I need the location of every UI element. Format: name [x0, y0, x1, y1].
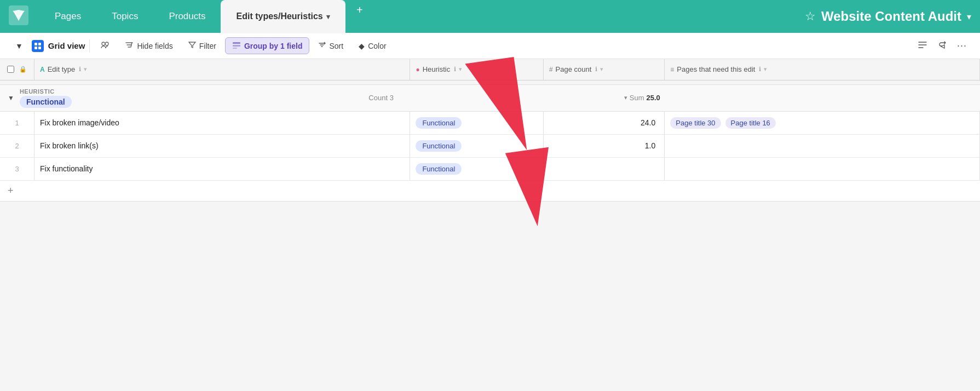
- workspace-title: Website Content Audit: [821, 9, 961, 24]
- filter-button[interactable]: Filter: [182, 38, 223, 54]
- group-value-badge: Functional: [20, 96, 72, 108]
- header-page-count: # Page count ℹ ▾: [543, 59, 664, 80]
- sum-dropdown-icon[interactable]: ▾: [624, 94, 627, 101]
- lock-icon: 🔒: [19, 66, 27, 73]
- grid-table: 🔒 A Edit type ℹ ▾ ● Heuristic ℹ: [0, 59, 980, 202]
- group-icon: [232, 41, 241, 50]
- add-row: +: [0, 180, 980, 201]
- svg-rect-4: [38, 47, 41, 49]
- row-2-edit-type[interactable]: Fix broken link(s): [34, 134, 410, 157]
- group-header-pages: [665, 84, 980, 111]
- svg-rect-2: [38, 43, 41, 45]
- top-bar: Pages Topics Products Edit types/Heurist…: [0, 0, 980, 33]
- group-header-page-count: ▾ Sum 25.0: [543, 84, 664, 111]
- favorite-icon[interactable]: ☆: [805, 9, 816, 24]
- group-header-left: ▼ HEURISTIC Functional Count 3: [0, 84, 410, 111]
- add-tab-button[interactable]: +: [350, 0, 370, 20]
- page-badge-16[interactable]: Page title 16: [725, 117, 776, 129]
- collaborators-icon: [101, 41, 109, 50]
- group-header-functional: ▼ HEURISTIC Functional Count 3 ▾ Sum 25.…: [0, 84, 980, 111]
- row-1-edit-type[interactable]: Fix broken image/video: [34, 111, 410, 134]
- svg-point-6: [105, 42, 108, 45]
- group-by-button[interactable]: Group by 1 field: [225, 37, 310, 54]
- svg-rect-7: [233, 42, 240, 44]
- svg-rect-9: [233, 48, 237, 49]
- header-checkbox-col: 🔒: [0, 59, 34, 80]
- app-logo: [9, 5, 28, 27]
- group-count: Count 3: [368, 94, 394, 102]
- workspace-dropdown-icon[interactable]: ▾: [967, 12, 971, 22]
- header-heuristic: ● Heuristic ℹ ▾: [410, 59, 544, 80]
- text-field-icon: A: [40, 66, 45, 73]
- row-3-pages[interactable]: [665, 157, 980, 180]
- sort-button[interactable]: Sort: [312, 38, 350, 54]
- color-button[interactable]: ◆ Color: [352, 38, 393, 54]
- page-badge-30[interactable]: Page title 30: [670, 117, 720, 129]
- hide-fields-button[interactable]: Hide fields: [118, 38, 179, 54]
- col-sort-icon[interactable]: ▾: [84, 66, 87, 73]
- row-1-heuristic[interactable]: Functional: [410, 111, 544, 134]
- svg-rect-8: [233, 45, 240, 47]
- row-2-check: 2: [0, 134, 34, 157]
- tab-products[interactable]: Products: [153, 0, 221, 33]
- number-field-icon: #: [549, 66, 553, 73]
- svg-rect-1: [34, 43, 37, 45]
- tab-edit-types[interactable]: Edit types/Heuristics ▾: [221, 0, 345, 33]
- row-3-check: 3: [0, 157, 34, 180]
- spacer-row: [0, 80, 980, 84]
- row-1-page-count[interactable]: 24.0: [543, 111, 664, 134]
- col-sort-icon-2[interactable]: ▾: [459, 66, 462, 73]
- toolbar-separator-1: [89, 39, 90, 53]
- more-icon: ···: [957, 40, 967, 51]
- tab-pages[interactable]: Pages: [39, 0, 96, 33]
- collaborators-button[interactable]: [94, 38, 116, 54]
- sum-value: 25.0: [646, 94, 660, 102]
- group-collapse-icon[interactable]: ▼: [8, 94, 14, 102]
- summary-button[interactable]: [914, 38, 931, 54]
- view-chevron-button[interactable]: ▼: [9, 38, 30, 54]
- tab-topics[interactable]: Topics: [96, 0, 153, 33]
- more-button[interactable]: ···: [953, 37, 971, 55]
- row-3-edit-type[interactable]: Fix functionality: [34, 157, 410, 180]
- tab-bar: Pages Topics Products Edit types/Heurist…: [39, 0, 805, 33]
- row-3-page-count[interactable]: [543, 157, 664, 180]
- link-field-icon: ≡: [670, 66, 674, 73]
- header-pages-needed: ≡ Pages that need this edit ℹ ▾: [665, 59, 980, 80]
- col-info-icon[interactable]: ℹ: [79, 66, 81, 73]
- grid-view-icon: [32, 40, 44, 52]
- chevron-down-icon: ▼: [15, 42, 23, 50]
- select-field-icon: ●: [416, 66, 419, 73]
- summary-icon: [918, 41, 927, 51]
- col-sort-icon-4[interactable]: ▾: [764, 66, 767, 73]
- table-row: 1 Fix broken image/video Functional 24.0…: [0, 111, 980, 134]
- col-info-icon-4[interactable]: ℹ: [759, 66, 761, 73]
- share-button[interactable]: [933, 38, 950, 54]
- table-row: 3 Fix functionality Functional: [0, 157, 980, 180]
- row-2-page-count[interactable]: 1.0: [543, 134, 664, 157]
- sort-icon: [318, 41, 326, 50]
- share-icon: [938, 41, 946, 51]
- filter-icon: [188, 41, 196, 50]
- sum-label: Sum: [630, 94, 644, 102]
- col-info-icon-2[interactable]: ℹ: [454, 66, 456, 73]
- toolbar: ▼ Grid view: [0, 33, 980, 59]
- color-icon: ◆: [359, 42, 365, 50]
- svg-rect-3: [34, 47, 37, 49]
- select-all-checkbox[interactable]: [7, 66, 14, 73]
- table-body: ▼ HEURISTIC Functional Count 3 ▾ Sum 25.…: [0, 80, 980, 201]
- row-3-heuristic[interactable]: Functional: [410, 157, 544, 180]
- col-info-icon-3[interactable]: ℹ: [595, 66, 597, 73]
- table-container: 🔒 A Edit type ℹ ▾ ● Heuristic ℹ: [0, 59, 980, 391]
- col-sort-icon-3[interactable]: ▾: [600, 66, 603, 73]
- table-header: 🔒 A Edit type ℹ ▾ ● Heuristic ℹ: [0, 59, 980, 80]
- header-edit-type: A Edit type ℹ ▾: [34, 59, 410, 80]
- view-switcher[interactable]: Grid view: [32, 40, 85, 52]
- group-header-heuristic: [410, 84, 544, 111]
- table-row: 2 Fix broken link(s) Functional 1.0: [0, 134, 980, 157]
- row-2-pages[interactable]: [665, 134, 980, 157]
- workspace-header: ☆ Website Content Audit ▾: [805, 9, 971, 24]
- add-row-button[interactable]: +: [0, 181, 21, 201]
- row-2-heuristic[interactable]: Functional: [410, 134, 544, 157]
- row-1-check: 1: [0, 111, 34, 134]
- row-1-pages[interactable]: Page title 30 Page title 16: [665, 111, 980, 134]
